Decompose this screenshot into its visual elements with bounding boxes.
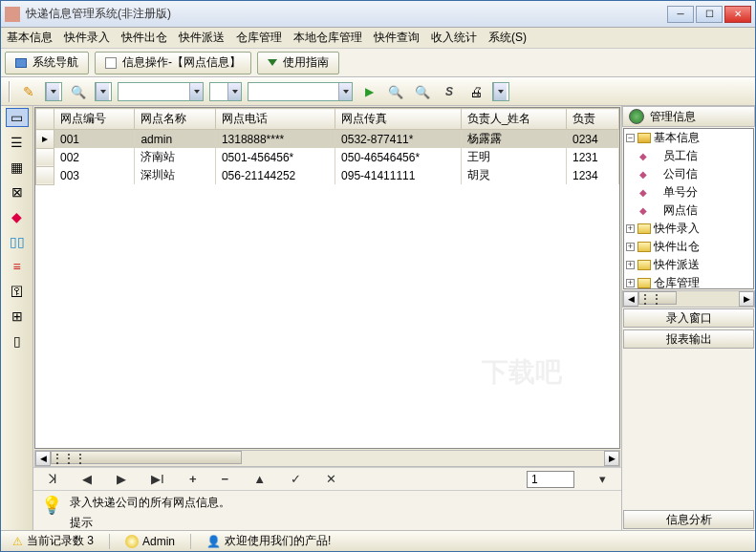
- nav-edit-icon[interactable]: ▲: [253, 472, 266, 486]
- status-welcome: 欢迎使用我们的产品!: [225, 533, 331, 549]
- tree-item[interactable]: +仓库管理: [626, 274, 753, 289]
- arrow-down-icon: [268, 59, 277, 66]
- scroll-thumb[interactable]: ⋮⋮⋮: [51, 451, 242, 464]
- menu-dispatch[interactable]: 快件派送: [179, 30, 225, 46]
- col-ext[interactable]: 负责: [566, 109, 618, 130]
- nav-last-icon[interactable]: ▶ꓲ: [151, 472, 164, 486]
- nav-add-icon[interactable]: +: [189, 472, 197, 486]
- btn-info-analyze[interactable]: 信息分析: [623, 510, 754, 529]
- col-mgr[interactable]: 负责人_姓名: [461, 109, 566, 130]
- menu-input[interactable]: 快件录入: [64, 30, 110, 46]
- tabbar: 系统导航 信息操作-【网点信息】 使用指南: [1, 49, 755, 77]
- page-icon: [105, 57, 117, 69]
- print-dropdown[interactable]: [492, 82, 509, 101]
- rail-chart-icon[interactable]: ▯▯: [6, 232, 29, 251]
- btn-report-output[interactable]: 报表输出: [623, 329, 754, 349]
- rail-close-icon[interactable]: ⊠: [6, 182, 29, 202]
- globe-icon: [629, 109, 644, 124]
- right-header-label: 管理信息: [650, 109, 696, 125]
- table-row[interactable]: 002济南站0501-456456*050-46546456*王明1231: [36, 148, 619, 166]
- combo-2[interactable]: [209, 82, 242, 101]
- scroll-right-icon[interactable]: ▶: [604, 451, 619, 466]
- h-scrollbar[interactable]: ◀ ⋮⋮⋮ ▶: [34, 450, 620, 467]
- scroll-left-icon[interactable]: ◀: [35, 451, 51, 466]
- col-tel[interactable]: 网点电话: [215, 109, 335, 130]
- combo-3[interactable]: [248, 82, 353, 101]
- nav-go-icon[interactable]: ▾: [599, 472, 606, 486]
- edit-dropdown[interactable]: [45, 82, 62, 101]
- rail-table-icon[interactable]: ▦: [6, 158, 29, 177]
- bulb-icon: [41, 495, 62, 516]
- btn-input-window[interactable]: 录入窗口: [623, 308, 754, 328]
- nav-cancel-icon[interactable]: ✕: [326, 472, 336, 486]
- tab-info[interactable]: 信息操作-【网点信息】: [95, 52, 251, 74]
- tree-hscroll[interactable]: ◀⋮⋮▶: [622, 290, 755, 308]
- nav-first-icon[interactable]: ꓘ: [49, 472, 57, 486]
- tree-item[interactable]: +快件派送: [626, 256, 753, 274]
- find-icon[interactable]: [385, 81, 406, 102]
- rail-bars-icon[interactable]: ≡: [6, 257, 29, 276]
- table-row[interactable]: ▸001admin1318888****0532-877411*杨露露0234: [36, 130, 619, 149]
- menu-basic[interactable]: 基本信息: [7, 30, 53, 46]
- menu-localwarehouse[interactable]: 本地仓库管理: [293, 30, 362, 46]
- combo-1[interactable]: [118, 82, 204, 101]
- nav-next-icon[interactable]: ▶: [117, 472, 126, 486]
- search-dropdown[interactable]: [95, 82, 112, 101]
- rail-doc-icon[interactable]: ▯: [6, 331, 29, 350]
- edit-icon[interactable]: [18, 81, 39, 102]
- col-fax[interactable]: 网点传真: [335, 109, 462, 130]
- col-id[interactable]: 网点编号: [54, 109, 135, 130]
- record-navbar: ꓘ ◀ ▶ ▶ꓲ + − ▲ ✓ ✕ ▾: [33, 467, 621, 490]
- nav-del-icon[interactable]: −: [222, 472, 229, 486]
- data-grid[interactable]: 网点编号 网点名称 网点电话 网点传真 负责人_姓名 负责 ▸001admin1…: [34, 107, 620, 449]
- warn-icon: [12, 535, 23, 548]
- search-icon[interactable]: [68, 81, 89, 102]
- rail-key-icon[interactable]: ⚿: [6, 282, 29, 301]
- print-icon[interactable]: [465, 81, 486, 102]
- menu-income[interactable]: 收入统计: [431, 30, 477, 46]
- toolbar: [1, 77, 755, 106]
- rail-grid-icon[interactable]: ▭: [6, 108, 29, 127]
- rail-tag-icon[interactable]: ◆: [6, 207, 29, 226]
- nav-ok-icon[interactable]: ✓: [291, 472, 301, 486]
- window-icon: [15, 58, 27, 68]
- menu-warehouse[interactable]: 仓库管理: [236, 30, 282, 46]
- hint-text: 录入快递公司的所有网点信息。: [70, 495, 230, 511]
- rail-list-icon[interactable]: ☰: [6, 133, 29, 152]
- window-title: 快递信息管理系统(非注册版): [26, 6, 667, 22]
- maximize-button[interactable]: ☐: [696, 6, 723, 23]
- app-icon: [5, 7, 20, 22]
- tab-guide[interactable]: 使用指南: [257, 52, 339, 74]
- close-button[interactable]: ✕: [724, 6, 751, 23]
- tree-leaf[interactable]: +员工信: [639, 147, 753, 165]
- status-user: Admin: [142, 535, 175, 548]
- nav-prev-icon[interactable]: ◀: [82, 472, 92, 486]
- left-rail: ▭ ☰ ▦ ⊠ ◆ ▯▯ ≡ ⚿ ⊞ ▯: [1, 106, 33, 530]
- menu-system[interactable]: 系统(S): [488, 30, 527, 46]
- table-row[interactable]: 003深圳站056-21144252095-41411111胡灵1234: [36, 166, 619, 184]
- tree-leaf[interactable]: +单号分: [639, 183, 753, 202]
- s-icon[interactable]: [439, 81, 460, 102]
- menu-out[interactable]: 快件出仓: [121, 30, 167, 46]
- watermark: 下载吧: [482, 354, 562, 391]
- hint-label: 提示: [70, 515, 230, 531]
- titlebar: 快递信息管理系统(非注册版) ─ ☐ ✕: [1, 1, 755, 28]
- run-icon[interactable]: [358, 81, 379, 102]
- tree-item[interactable]: +快件出仓: [626, 238, 753, 256]
- menu-query[interactable]: 快件查询: [374, 30, 420, 46]
- tree-basic[interactable]: −基本信息: [626, 129, 753, 147]
- tree[interactable]: −基本信息 +员工信 +公司信 +单号分 +网点信 +快件录入 +快件出仓 +快…: [623, 128, 754, 289]
- col-name[interactable]: 网点名称: [135, 109, 215, 130]
- rowhead-corner: [36, 109, 54, 130]
- tree-leaf[interactable]: +网点信: [639, 202, 753, 220]
- tab-guide-label: 使用指南: [283, 54, 329, 71]
- find2-icon[interactable]: [412, 81, 433, 102]
- tab-nav[interactable]: 系统导航: [5, 52, 89, 74]
- minimize-button[interactable]: ─: [667, 6, 694, 23]
- tree-item[interactable]: +快件录入: [626, 220, 753, 238]
- rail-calc-icon[interactable]: ⊞: [6, 307, 29, 326]
- tree-leaf[interactable]: +公司信: [639, 165, 753, 183]
- tab-info-label: 信息操作-【网点信息】: [122, 54, 241, 71]
- menubar: 基本信息 快件录入 快件出仓 快件派送 仓库管理 本地仓库管理 快件查询 收入统…: [1, 28, 755, 49]
- page-input[interactable]: [527, 471, 574, 488]
